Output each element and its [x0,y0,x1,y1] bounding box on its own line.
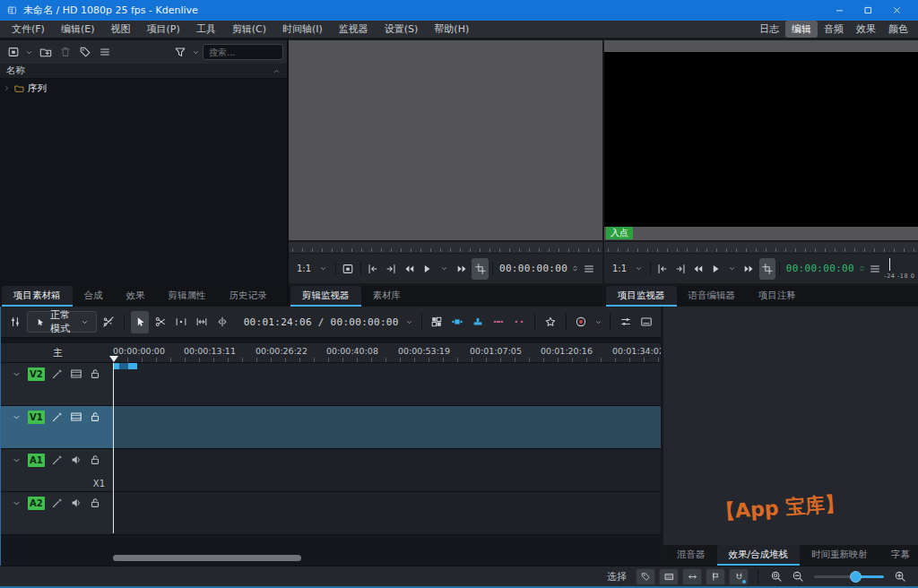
track-lane-v2[interactable] [113,363,661,406]
tab-project-bin[interactable]: 项目素材箱 [2,286,73,307]
tab-compositions[interactable]: 合成 [73,286,115,307]
tab-effects[interactable]: 效果 [115,286,157,307]
forward-button[interactable] [741,258,758,280]
track-lane-v1[interactable] [113,406,661,449]
track-header-v2[interactable]: V2 [1,363,113,406]
timeline-ruler[interactable]: 主 00:00:00:00 00:00:13:11 00:00:26:22 00… [1,343,661,363]
search-input[interactable] [203,44,283,60]
clip-monitor-display[interactable] [289,40,602,240]
video-track-icon[interactable] [70,368,82,380]
set-out-point-button[interactable] [672,258,688,280]
clip-monitor-ruler[interactable] [289,242,602,253]
menu-tools[interactable]: 工具 [188,21,224,38]
timecode-spinner[interactable] [858,264,866,272]
set-in-point-button[interactable] [654,258,671,280]
bin-menu-button[interactable] [95,43,114,61]
favorite-effects-button[interactable] [541,311,559,333]
layout-logging[interactable]: 日志 [753,21,785,38]
tag-toggle-button[interactable] [636,568,655,585]
lock-icon[interactable] [89,368,101,380]
track-badge[interactable]: A2 [28,497,45,510]
track-config-button[interactable] [6,311,24,333]
tab-undo-history[interactable]: 历史记录 [218,286,279,307]
speaker-icon[interactable] [70,497,82,509]
set-out-point-button[interactable] [383,258,400,280]
menu-project[interactable]: 项目(P) [138,21,187,38]
menu-timeline[interactable]: 时间轴(I) [274,21,331,38]
menu-edit[interactable]: 编辑(E) [53,21,103,38]
zoom-out-button[interactable] [789,567,807,585]
filter-dropdown[interactable] [190,43,202,61]
add-clip-button[interactable] [4,43,22,61]
tab-speech-editor[interactable]: 语音编辑器 [677,286,748,307]
audio-thumbnails-toggle[interactable] [682,568,702,585]
layout-editing[interactable]: 编辑 [785,21,818,38]
effects-wand-icon[interactable] [51,454,64,466]
tab-clip-monitor[interactable]: 剪辑监视器 [290,286,361,307]
zone-mode-button[interactable] [759,258,775,280]
track-lane-a2[interactable] [113,492,661,535]
effects-wand-icon[interactable] [51,368,64,380]
snap-toggle[interactable] [729,568,749,585]
track-badge[interactable]: V2 [28,368,45,381]
markers-toggle[interactable] [706,568,725,585]
subtitle-button[interactable] [637,311,655,333]
slip-tool-button[interactable] [193,311,211,333]
tab-project-monitor[interactable]: 项目监视器 [606,286,677,307]
menu-file[interactable]: 文件(F) [4,21,53,38]
menu-monitor[interactable]: 监视器 [331,21,377,38]
zoom-dropdown[interactable] [315,258,332,280]
set-in-point-button[interactable] [365,258,382,280]
edit-mode-dropdown[interactable]: 正常模式 [27,311,98,333]
spacer-tool-button[interactable] [172,311,190,333]
zoom-in-button[interactable] [891,567,909,585]
zoom-dropdown[interactable] [630,258,646,280]
play-button[interactable] [706,258,723,280]
lock-icon[interactable] [89,411,101,423]
effects-wand-icon[interactable] [51,497,64,509]
tab-clip-properties[interactable]: 剪辑属性 [157,286,218,307]
tab-audio-mixer[interactable]: 混音器 [665,545,717,566]
video-track-icon[interactable] [70,411,82,423]
monitor-overlay-button[interactable] [340,258,357,280]
track-header-a1[interactable]: A1 X1 [1,449,113,492]
project-monitor-ruler[interactable] [604,242,918,253]
menu-clip[interactable]: 剪辑(C) [224,21,274,38]
lock-icon[interactable] [89,497,101,509]
monitor-timecode[interactable]: 00:00:00:00 [784,263,857,274]
razor-tool-button[interactable] [152,311,169,333]
layout-effects[interactable]: 效果 [850,21,882,38]
playhead-marker[interactable] [109,356,118,362]
track-badge[interactable]: V1 [28,411,45,424]
ripple-tool-button[interactable] [213,311,231,333]
track-header-a2[interactable]: A2 [1,492,113,535]
bin-tree-item-sequences[interactable]: 序列 [0,81,287,96]
layout-color[interactable]: 颜色 [882,21,914,38]
overwrite-zone-button[interactable] [469,311,487,333]
maximize-button[interactable] [853,0,882,21]
minimize-button[interactable] [825,0,853,21]
lock-icon[interactable] [89,454,101,466]
video-thumbnails-toggle[interactable] [659,568,679,585]
tab-effect-stack[interactable]: 效果/合成堆栈 [717,545,801,566]
tag-button[interactable] [75,43,94,61]
menu-view[interactable]: 视图 [102,21,138,38]
create-folder-button[interactable] [36,43,55,61]
timeline-zoom-slider[interactable] [814,570,884,583]
master-track-label[interactable]: 主 [53,347,63,359]
rewind-button[interactable] [689,258,706,280]
extract-zone-button[interactable] [489,311,507,333]
speaker-icon[interactable] [70,454,82,466]
selection-tool-button[interactable] [131,311,149,333]
track-header-v1[interactable]: V1 [1,406,113,449]
tab-project-notes[interactable]: 项目注释 [747,286,808,307]
razor-all-button[interactable] [100,311,117,333]
project-monitor-display[interactable]: 入点 [604,40,918,240]
add-clip-dropdown[interactable] [23,43,35,61]
track-lane-a1[interactable] [113,449,661,492]
bin-column-header[interactable]: 名称 [0,64,287,79]
tab-library[interactable]: 素材库 [361,286,413,307]
timecode-spinner[interactable] [571,264,579,272]
menu-settings[interactable]: 设置(S) [377,21,427,38]
slider-handle[interactable] [850,571,862,583]
